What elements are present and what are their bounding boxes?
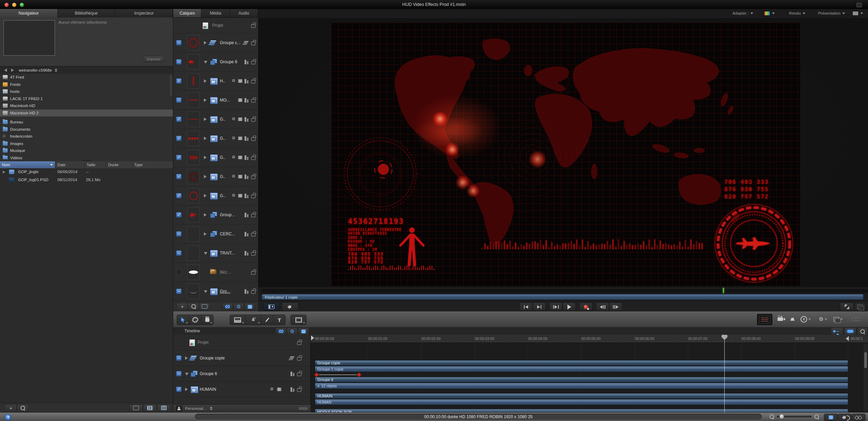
layer-visibility-checkbox[interactable] bbox=[176, 40, 182, 46]
gear-icon[interactable] bbox=[232, 174, 236, 179]
paint-stroke-tool[interactable] bbox=[261, 315, 273, 325]
layer-visibility-checkbox[interactable] bbox=[176, 193, 182, 199]
timeline-layer-row[interactable]: HUMAIN bbox=[173, 382, 310, 397]
layer-visibility-checkbox[interactable] bbox=[176, 250, 182, 256]
new-camera-button[interactable] bbox=[774, 314, 787, 324]
gear-icon[interactable] bbox=[232, 193, 236, 198]
collapse-timing-pane-button[interactable] bbox=[263, 302, 280, 311]
location-stepper[interactable] bbox=[55, 68, 57, 72]
column-header-type[interactable]: Type bbox=[132, 161, 173, 168]
layer-visibility-checkbox[interactable] bbox=[176, 269, 182, 275]
mini-timeline-bar[interactable]: Réplicateur 1 copie bbox=[262, 294, 863, 300]
window-widget-icon[interactable] bbox=[857, 3, 862, 7]
place-item[interactable]: Musique bbox=[0, 147, 173, 154]
record-button[interactable] bbox=[579, 302, 592, 311]
film-icon[interactable] bbox=[238, 175, 242, 178]
canvas-viewport[interactable]: 45362718193 SURVEILLANCE TERRESTREAVION … bbox=[258, 18, 868, 287]
disclosure-triangle[interactable] bbox=[204, 118, 207, 121]
new-light-button[interactable] bbox=[786, 314, 799, 324]
behaviors-toggle-button[interactable] bbox=[233, 303, 244, 310]
out-point-marker[interactable] bbox=[846, 336, 849, 341]
track-bar[interactable]: HUMAN bbox=[315, 399, 848, 405]
play-from-start-button[interactable] bbox=[549, 302, 563, 311]
back-icon[interactable] bbox=[4, 68, 7, 72]
layer-visibility-checkbox[interactable] bbox=[176, 387, 182, 392]
track-bar[interactable]: Groupe 1 copie bbox=[315, 366, 848, 372]
filters-toggle-button[interactable] bbox=[244, 303, 255, 310]
place-item[interactable]: Documents bbox=[0, 126, 173, 133]
disclosure-triangle[interactable] bbox=[204, 290, 207, 293]
blend-mode-icon[interactable] bbox=[244, 117, 249, 122]
disclosure-triangle[interactable] bbox=[204, 252, 207, 255]
blend-mode-icon[interactable] bbox=[244, 155, 249, 160]
zoom-out-icon[interactable] bbox=[770, 414, 774, 419]
new-generator-button[interactable]: 2 bbox=[798, 314, 813, 324]
disclosure-triangle[interactable] bbox=[204, 194, 207, 197]
disclosure-triangle[interactable] bbox=[204, 156, 207, 159]
table-row[interactable]: GOP_log01.PSD 08/11/2014 28,1 Mo bbox=[0, 176, 173, 184]
timeline-track-area[interactable]: 00:00:00:0000:00:01:0000:00:02:0000:00:0… bbox=[311, 335, 868, 412]
file-browser-tab[interactable]: Navigateur bbox=[0, 9, 58, 17]
file-browser-tab[interactable]: Inspecteur bbox=[115, 9, 173, 17]
unlock-icon[interactable] bbox=[251, 42, 255, 45]
gear-icon[interactable] bbox=[232, 155, 236, 160]
gear-icon[interactable] bbox=[232, 116, 236, 121]
unlock-icon[interactable] bbox=[251, 61, 255, 64]
layer-visibility-checkbox[interactable] bbox=[176, 59, 182, 65]
forward-icon[interactable] bbox=[11, 68, 14, 72]
layer-row[interactable]: Gro... bbox=[173, 282, 258, 300]
blend-mode-icon[interactable] bbox=[244, 175, 249, 179]
layer-visibility-checkbox[interactable] bbox=[176, 174, 182, 179]
add-button[interactable] bbox=[5, 404, 17, 412]
film-icon[interactable] bbox=[238, 194, 242, 197]
keyframe-icon[interactable] bbox=[314, 372, 319, 377]
unlock-icon[interactable] bbox=[251, 271, 255, 275]
disclosure-triangle[interactable] bbox=[185, 373, 189, 375]
layer-visibility-checkbox[interactable] bbox=[176, 371, 182, 377]
track-bar[interactable]: HUMAIN bbox=[315, 393, 848, 399]
blend-mode-icon[interactable] bbox=[244, 232, 249, 236]
place-item[interactable]: Vidéos bbox=[0, 154, 173, 160]
layer-visibility-checkbox[interactable] bbox=[176, 212, 182, 218]
column-header-duree[interactable]: Durée bbox=[106, 161, 132, 168]
layers-tab[interactable]: Audio bbox=[230, 9, 258, 17]
layer-row[interactable]: Groupe 6 bbox=[173, 52, 258, 72]
timeline-layer-row[interactable]: Groupe 6 bbox=[173, 366, 310, 382]
layer-visibility-checkbox[interactable] bbox=[176, 97, 182, 103]
blend-mode-icon[interactable] bbox=[244, 251, 249, 256]
location-label[interactable]: wetransfer-c5968e bbox=[19, 68, 52, 72]
show-hud-button[interactable] bbox=[757, 314, 772, 325]
unlock-icon[interactable] bbox=[251, 233, 255, 236]
blend-mode-icon[interactable] bbox=[244, 98, 249, 103]
help-button[interactable]: ? bbox=[5, 414, 11, 421]
unlock-icon[interactable] bbox=[297, 357, 301, 361]
layer-row[interactable]: Group... bbox=[173, 205, 258, 225]
blend-mode-icon[interactable] bbox=[244, 194, 249, 198]
zoom-fit-button[interactable] bbox=[857, 327, 868, 335]
layer-visibility-checkbox[interactable] bbox=[176, 78, 182, 84]
film-icon[interactable] bbox=[238, 118, 242, 121]
go-to-start-button[interactable] bbox=[519, 302, 533, 311]
previous-frame-button[interactable] bbox=[596, 302, 609, 311]
disclosure-triangle[interactable] bbox=[185, 356, 188, 360]
select-tool[interactable] bbox=[177, 315, 189, 325]
film-icon[interactable] bbox=[238, 156, 242, 159]
unlock-icon[interactable] bbox=[251, 118, 255, 122]
layer-row[interactable]: CERC... bbox=[173, 225, 258, 244]
render-menu[interactable]: Rendu bbox=[789, 11, 805, 15]
track-bar-objects[interactable]: 12 objets bbox=[315, 383, 848, 389]
keyframe-icon[interactable] bbox=[357, 372, 361, 377]
view-list-button[interactable] bbox=[157, 404, 170, 412]
vertical-scrollbar[interactable] bbox=[863, 343, 868, 412]
place-item[interactable]: Bureau bbox=[0, 119, 173, 126]
layer-visibility-checkbox[interactable] bbox=[176, 289, 182, 294]
layers-tab[interactable]: Calques bbox=[173, 9, 201, 17]
place-item[interactable]: Images bbox=[0, 140, 173, 147]
zoom-slider-thumb[interactable] bbox=[780, 414, 784, 419]
gear-icon[interactable] bbox=[270, 387, 274, 391]
volume-item[interactable]: Fredo bbox=[0, 81, 173, 88]
film-icon[interactable] bbox=[238, 98, 242, 102]
disclosure-triangle[interactable] bbox=[204, 175, 207, 178]
preview-toggle-button[interactable] bbox=[199, 303, 210, 310]
mask-toggle-button[interactable] bbox=[222, 303, 233, 310]
